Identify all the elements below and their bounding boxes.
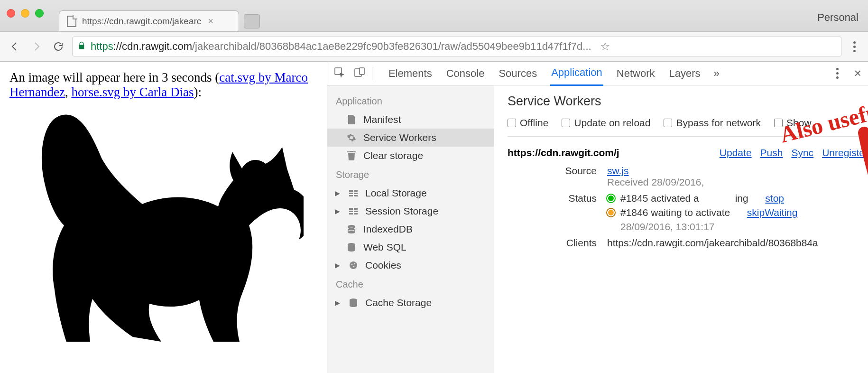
sw-status-active: #1845 activated a ing — [620, 193, 748, 204]
page-content: An image will appear here in 3 seconds (… — [0, 62, 327, 373]
label-source: Source — [508, 165, 607, 188]
sw-push-link[interactable]: Push — [760, 147, 783, 159]
sw-unregister-link[interactable]: Unregister — [822, 147, 868, 159]
label-status: Status — [508, 193, 607, 233]
sidebar-group-storage: Storage — [327, 165, 494, 184]
expand-icon[interactable]: ▶ — [335, 299, 342, 307]
sw-source-link[interactable]: sw.js — [607, 165, 629, 176]
svg-rect-2 — [360, 68, 364, 75]
tab-application[interactable]: Application — [550, 61, 603, 86]
sw-options-row: Offline Update on reload Bypass for netw… — [508, 117, 868, 137]
application-sidebar: Application Manifest Service Workers Cle… — [327, 85, 494, 373]
svg-point-14 — [350, 261, 357, 269]
trash-icon — [346, 150, 357, 161]
sidebar-item-label: Local Storage — [365, 187, 427, 199]
sidebar-group-cache: Cache — [327, 274, 494, 294]
link-horse-svg[interactable]: horse.svg by Carla Dias — [71, 85, 194, 99]
sidebar-item-indexeddb[interactable]: IndexedDB — [327, 220, 494, 238]
sw-origin: https://cdn.rawgit.com/j — [508, 147, 619, 159]
sw-skipwaiting-link[interactable]: skipWaiting — [747, 207, 798, 218]
database-icon — [346, 242, 357, 252]
database-icon — [346, 224, 357, 234]
sidebar-item-label: Clear storage — [363, 150, 423, 161]
tab-elements[interactable]: Elements — [388, 62, 433, 85]
window-controls — [7, 9, 44, 18]
tabs-overflow-button[interactable]: » — [714, 67, 720, 80]
titlebar: https://cdn.rawgit.com/jakearc × Persona… — [0, 0, 868, 31]
expand-icon[interactable]: ▶ — [335, 261, 342, 269]
svg-rect-6 — [353, 190, 354, 196]
svg-rect-10 — [353, 208, 354, 214]
file-icon — [346, 114, 357, 125]
sidebar-item-manifest[interactable]: Manifest — [327, 111, 494, 129]
sw-received-text: Received 28/09/2016, — [607, 177, 704, 187]
table-icon — [348, 188, 359, 198]
label-clients: Clients — [508, 237, 607, 249]
service-workers-panel: Service Workers Offline Update on reload… — [494, 85, 868, 373]
sidebar-item-session-storage[interactable]: ▶ Session Storage — [327, 202, 494, 220]
sidebar-item-local-storage[interactable]: ▶ Local Storage — [327, 184, 494, 202]
database-icon — [348, 298, 359, 308]
svg-point-16 — [354, 263, 356, 265]
profile-label[interactable]: Personal — [817, 11, 859, 24]
cat-image — [9, 104, 317, 354]
file-icon — [67, 16, 76, 27]
reload-button[interactable] — [50, 38, 66, 55]
gear-icon — [346, 132, 357, 143]
expand-icon[interactable]: ▶ — [335, 207, 342, 215]
tab-title: https://cdn.rawgit.com/jakearc — [82, 16, 201, 27]
sidebar-item-web-sql[interactable]: Web SQL — [327, 238, 494, 256]
sidebar-item-cookies[interactable]: ▶ Cookies — [327, 256, 494, 274]
tab-sources[interactable]: Sources — [498, 62, 538, 85]
sidebar-item-cache-storage[interactable]: ▶ Cache Storage — [327, 294, 494, 312]
new-tab-button[interactable] — [244, 14, 260, 28]
sidebar-item-clear-storage[interactable]: Clear storage — [327, 147, 494, 165]
address-bar[interactable]: https://cdn.rawgit.com/jakearchibald/803… — [72, 37, 841, 56]
toolbar: https://cdn.rawgit.com/jakearchibald/803… — [0, 31, 868, 62]
sidebar-item-label: Cache Storage — [365, 297, 432, 308]
minimize-window-button[interactable] — [21, 9, 29, 18]
maximize-window-button[interactable] — [35, 9, 44, 18]
sidebar-group-application: Application — [327, 91, 494, 111]
devtools-close-button[interactable]: × — [854, 66, 861, 81]
browser-tab[interactable]: https://cdn.rawgit.com/jakearc × — [59, 10, 239, 31]
sidebar-item-label: IndexedDB — [363, 224, 413, 235]
sidebar-item-label: Web SQL — [363, 242, 406, 253]
tab-network[interactable]: Network — [616, 62, 656, 85]
bypass-network-checkbox[interactable]: Bypass for network — [664, 117, 761, 129]
update-on-reload-checkbox[interactable]: Update on reload — [562, 117, 650, 129]
close-window-button[interactable] — [7, 9, 15, 18]
page-text: An image will appear here in 3 seconds (… — [9, 70, 317, 100]
devtools-tabbar: Elements Console Sources Application Net… — [327, 62, 868, 85]
devtools-menu-button[interactable] — [831, 68, 845, 79]
back-button[interactable] — [7, 38, 23, 55]
svg-point-15 — [351, 264, 353, 265]
sw-sync-link[interactable]: Sync — [791, 147, 813, 159]
expand-icon[interactable]: ▶ — [335, 189, 342, 197]
cookie-icon — [348, 260, 359, 270]
device-toolbar-icon[interactable] — [354, 67, 365, 80]
inspect-element-icon[interactable] — [334, 67, 345, 80]
panel-title: Service Workers — [508, 94, 868, 109]
sw-stop-link[interactable]: stop — [765, 193, 784, 204]
offline-checkbox[interactable]: Offline — [508, 117, 548, 129]
tab-console[interactable]: Console — [445, 62, 486, 85]
url-text: https://cdn.rawgit.com/jakearchibald/803… — [91, 40, 591, 53]
lock-icon — [77, 41, 86, 52]
sidebar-item-label: Manifest — [363, 114, 401, 125]
sw-status-waiting: #1846 waiting to activate — [620, 207, 730, 218]
bookmark-star-icon[interactable]: ☆ — [600, 40, 610, 53]
sidebar-item-label: Service Workers — [363, 132, 436, 143]
browser-menu-button[interactable] — [847, 41, 861, 52]
sidebar-item-label: Session Storage — [365, 205, 438, 217]
sidebar-item-service-workers[interactable]: Service Workers — [327, 129, 494, 147]
forward-button[interactable] — [28, 38, 45, 55]
svg-point-17 — [353, 266, 355, 268]
sw-clients-value: https://cdn.rawgit.com/jakearchibald/803… — [607, 237, 868, 249]
status-dot-waiting-icon — [607, 209, 615, 216]
show-all-checkbox[interactable]: Show — [774, 117, 812, 129]
tab-layers[interactable]: Layers — [668, 62, 701, 85]
close-tab-button[interactable]: × — [208, 16, 213, 27]
sw-update-link[interactable]: Update — [720, 147, 752, 159]
devtools-panel: Elements Console Sources Application Net… — [327, 62, 868, 373]
